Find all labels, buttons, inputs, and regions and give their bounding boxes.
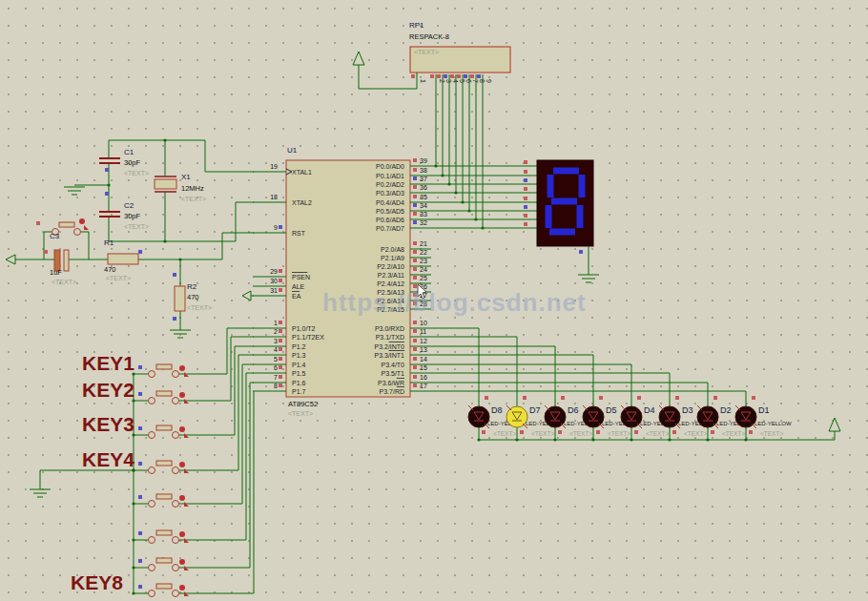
key-button-cap[interactable]: [156, 425, 172, 430]
schematic-text: 10: [420, 320, 427, 326]
schematic-text: 39: [420, 157, 427, 164]
led-d2[interactable]: [697, 406, 718, 427]
schematic-text: P3.7/RD: [380, 388, 404, 395]
key-button-cap[interactable]: [156, 558, 172, 563]
led-arrow-glyph: [659, 405, 664, 410]
key-terminal[interactable]: [149, 501, 155, 508]
pin-marker: [413, 365, 417, 369]
pin-marker: [634, 430, 638, 434]
schematic-text: P2.4/A12: [377, 280, 404, 287]
key-button-cap[interactable]: [156, 494, 172, 499]
led-d7[interactable]: [506, 406, 527, 427]
x1-crystal-body[interactable]: [155, 179, 176, 189]
led-d5[interactable]: [583, 406, 604, 427]
schematic-text: 8: [274, 383, 278, 389]
schematic-text: P3.6/WR: [378, 380, 404, 386]
schematic-text: 19: [270, 163, 278, 170]
key-button-cap[interactable]: [156, 391, 172, 396]
junction-dot: [132, 566, 134, 569]
schematic-text: P3.0/RXD: [375, 325, 404, 332]
key-terminal[interactable]: [149, 467, 155, 474]
key-terminal[interactable]: [173, 565, 179, 571]
junction-dot: [461, 200, 464, 203]
key-button-cap[interactable]: [156, 530, 172, 535]
pin-marker: [470, 74, 474, 78]
pin-marker: [413, 241, 417, 245]
r2-ref: R2: [187, 283, 196, 291]
pin-marker: [711, 430, 714, 434]
schematic-text: P1.5: [292, 370, 306, 377]
pin-marker: [279, 347, 282, 351]
schematic-text: P1.7: [292, 388, 306, 395]
pin-marker: [464, 74, 467, 78]
schematic-text: 1: [274, 320, 278, 326]
schematic-text: 16: [420, 374, 427, 381]
key-terminal[interactable]: [173, 537, 179, 544]
pin-marker: [279, 279, 282, 282]
key-terminal[interactable]: [173, 591, 179, 597]
c2-text-placeholder: <TEXT>: [124, 223, 149, 230]
button-actuator-icon: [179, 585, 185, 591]
led-d8[interactable]: [468, 406, 489, 427]
button-actuator-icon: [179, 495, 185, 501]
schematic-text: P2.0/A8: [381, 246, 404, 253]
key-terminal[interactable]: [149, 591, 155, 597]
led-d3[interactable]: [659, 406, 680, 427]
schematic-text: <TEXT>: [722, 430, 745, 437]
pin-marker: [485, 396, 488, 400]
key-terminal[interactable]: [173, 501, 179, 508]
pin-marker: [413, 158, 417, 162]
r2-resistor-body[interactable]: [175, 286, 185, 311]
led-d6[interactable]: [545, 406, 566, 427]
key-terminal[interactable]: [173, 371, 179, 378]
key-terminal[interactable]: [149, 537, 155, 544]
key-terminal[interactable]: [173, 432, 179, 439]
schematic-text: P1.0/T2: [292, 325, 316, 332]
schematic-text: P1.1/T2EX: [292, 334, 324, 341]
button-terminal[interactable]: [74, 229, 81, 236]
pin-marker: [558, 430, 562, 434]
key-terminal[interactable]: [149, 565, 155, 571]
c3-ref: C3: [50, 233, 59, 240]
pin-marker: [411, 74, 415, 78]
button-actuator-icon: [179, 426, 185, 432]
pin-marker: [524, 170, 527, 174]
c3-plate-neg[interactable]: [64, 250, 69, 271]
key-button-cap[interactable]: [156, 364, 172, 369]
schematic-text: P1.2: [292, 343, 306, 350]
pin-marker: [524, 197, 527, 200]
key-terminal[interactable]: [173, 467, 179, 474]
key-button-cap[interactable]: [156, 461, 172, 466]
schematic-text: <TEXT>: [684, 430, 707, 437]
schematic-text: 22: [420, 249, 427, 256]
u1-ref: U1: [287, 147, 297, 155]
schematic-text: 11: [420, 328, 426, 335]
power-terminal-icon: [242, 291, 251, 300]
pin-marker: [138, 559, 142, 563]
pin-marker: [752, 396, 755, 400]
key-terminal[interactable]: [149, 432, 155, 439]
pin-marker: [457, 74, 461, 78]
pin-marker: [477, 74, 481, 78]
schematic-text: D3: [682, 405, 693, 415]
junction-dot: [447, 182, 450, 185]
key-button-cap[interactable]: [156, 584, 172, 589]
led-d1[interactable]: [735, 406, 756, 427]
junction-dot: [553, 438, 556, 441]
schematic-text: P2.3/A11: [378, 272, 404, 279]
r1-resistor-body[interactable]: [108, 254, 138, 264]
pin-marker: [561, 396, 565, 400]
schematic-text: RST: [292, 230, 306, 237]
key-terminal[interactable]: [149, 371, 155, 378]
c3-text-placeholder: <TEXT>: [52, 279, 76, 285]
pin-marker: [450, 74, 454, 78]
c2-value: 30pF: [124, 213, 140, 220]
schematic-text: P1.4: [292, 362, 306, 368]
reset-button-cap[interactable]: [59, 222, 74, 227]
junction-dot: [441, 174, 444, 176]
led-d4[interactable]: [621, 406, 642, 427]
key-terminal[interactable]: [149, 398, 155, 404]
schematic-text: 17: [420, 383, 427, 389]
pin-marker: [675, 396, 679, 400]
key-terminal[interactable]: [173, 398, 179, 404]
